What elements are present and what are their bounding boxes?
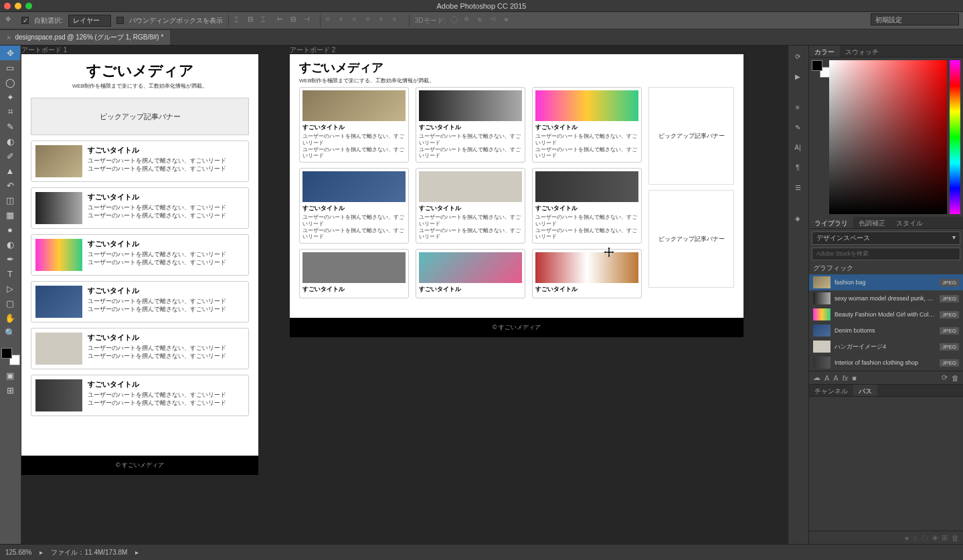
color-tab[interactable]: カラー bbox=[809, 45, 840, 57]
path-select-tool[interactable]: ▷ bbox=[0, 281, 20, 296]
workspace-preset[interactable]: 初期設定 bbox=[871, 13, 959, 25]
library-item[interactable]: ハンガーイメージ4JPEG bbox=[809, 339, 963, 355]
library-select[interactable]: デザインスペース ▾ bbox=[812, 231, 960, 245]
crop-tool[interactable]: ⌗ bbox=[0, 104, 20, 119]
blur-tool[interactable]: ● bbox=[0, 222, 20, 237]
color-icon[interactable]: ■ bbox=[852, 374, 857, 382]
channels-tab[interactable]: チャンネル bbox=[809, 385, 853, 396]
3d-pan-icon[interactable]: ✥ bbox=[464, 15, 474, 26]
swatches-tab[interactable]: スウォッチ bbox=[840, 45, 884, 57]
distribute-icon[interactable]: ≡ bbox=[393, 15, 404, 26]
bounding-checkbox[interactable] bbox=[116, 17, 124, 24]
character-panel-icon[interactable]: A| bbox=[788, 139, 807, 155]
quickmask-tool[interactable]: ▣ bbox=[0, 368, 20, 383]
library-item[interactable]: Interior of fashion clothing shopJPEG bbox=[809, 355, 963, 371]
distribute-icon[interactable]: ≡ bbox=[339, 15, 350, 26]
color-field[interactable] bbox=[829, 60, 947, 214]
zoom-window[interactable] bbox=[25, 3, 32, 9]
align-right-icon[interactable]: ⊣ bbox=[304, 15, 315, 26]
gradient-tool[interactable]: ▦ bbox=[0, 207, 20, 222]
marquee-tool[interactable]: ▭ bbox=[0, 60, 20, 75]
new-path-icon[interactable]: ⊞ bbox=[942, 533, 948, 542]
lasso-tool[interactable]: ◯ bbox=[0, 75, 20, 90]
library-item[interactable]: Denim bottomsJPEG bbox=[809, 322, 963, 339]
distribute-icon[interactable]: ≡ bbox=[353, 15, 363, 26]
3d-camera-icon[interactable]: ■ bbox=[504, 15, 515, 26]
library-tab[interactable]: ライブラリ bbox=[809, 217, 853, 228]
pen-tool[interactable]: ✒ bbox=[0, 252, 20, 266]
library-search[interactable]: Adobe Stockを検索 bbox=[812, 248, 960, 260]
autoselect-checkbox[interactable]: ✓ bbox=[21, 17, 29, 24]
autoselect-target[interactable]: レイヤー bbox=[68, 15, 111, 27]
layers-panel-icon[interactable]: ◈ bbox=[788, 210, 807, 226]
trash-icon[interactable]: 🗑 bbox=[952, 374, 959, 382]
align-left-icon[interactable]: ⊢ bbox=[277, 15, 288, 26]
distribute-icon[interactable]: ≡ bbox=[366, 15, 377, 26]
brush-tool[interactable]: ✐ bbox=[0, 149, 20, 163]
trash-icon[interactable]: 🗑 bbox=[952, 534, 959, 542]
library-item[interactable]: Beauty Fashion Model Girl with Colorfu..… bbox=[809, 306, 963, 322]
document-tab[interactable]: × designspace.psd @ 126% (グループ 1, RGB/8#… bbox=[0, 30, 170, 45]
foreground-background-color[interactable] bbox=[1, 348, 20, 365]
stroke-path-icon[interactable]: ○ bbox=[913, 534, 917, 542]
article-card: すごいタイトルユーザーのハートを掴んで離さない、すごいリードユーザーのハートを掴… bbox=[532, 87, 642, 163]
eyedropper-tool[interactable]: ✎ bbox=[0, 119, 20, 134]
type-tool[interactable]: T bbox=[0, 266, 20, 281]
info-panel-icon[interactable]: ☰ bbox=[788, 179, 807, 195]
zoom-level[interactable]: 125.68% bbox=[5, 549, 31, 556]
stamp-tool[interactable]: ▲ bbox=[0, 163, 20, 178]
selection-path-icon[interactable]: ◌ bbox=[922, 533, 928, 542]
hand-tool[interactable]: ✋ bbox=[0, 310, 20, 325]
eraser-tool[interactable]: ◫ bbox=[0, 193, 20, 207]
foreground-color[interactable] bbox=[1, 348, 12, 359]
artboard-label[interactable]: アートボード 2 bbox=[290, 45, 335, 55]
history-brush-tool[interactable]: ↶ bbox=[0, 178, 20, 193]
shape-tool[interactable]: ▢ bbox=[0, 296, 20, 310]
dodge-tool[interactable]: ◐ bbox=[0, 237, 20, 252]
move-tool[interactable]: ✥ bbox=[0, 45, 20, 60]
zoom-tool[interactable]: 🔍 bbox=[0, 325, 20, 340]
3d-slide-icon[interactable]: ⟲ bbox=[491, 15, 501, 26]
library-item[interactable]: sexy woman model dressed punk, wet ...JP… bbox=[809, 290, 963, 306]
fx-icon[interactable]: fx bbox=[843, 374, 849, 382]
adjustments-tab[interactable]: 色調補正 bbox=[853, 217, 891, 228]
heal-tool[interactable]: ◐ bbox=[0, 134, 20, 149]
align-top-icon[interactable]: ⌶ bbox=[234, 15, 245, 26]
close-window[interactable] bbox=[4, 3, 11, 9]
brushes-panel-icon[interactable]: ✎ bbox=[788, 119, 807, 135]
card-lead: ユーザーのハートを掴んで離さない、すごいリード bbox=[88, 399, 226, 407]
distribute-icon[interactable]: ≡ bbox=[379, 15, 390, 26]
3d-orbit-icon[interactable]: ◯ bbox=[450, 15, 461, 26]
type-icon[interactable]: A bbox=[824, 374, 829, 382]
artboard-label[interactable]: アートボード 1 bbox=[21, 45, 67, 55]
paths-tab[interactable]: パス bbox=[853, 385, 877, 396]
screenmode-tool[interactable]: ⊞ bbox=[0, 383, 20, 397]
actions-panel-icon[interactable]: ▶ bbox=[788, 68, 807, 84]
3d-dolly-icon[interactable]: ◈ bbox=[477, 15, 488, 26]
artboard-2[interactable]: すごいメディア WEB制作を極限まで楽にする、工数効率化情報が満載。 すごいタイ… bbox=[290, 54, 743, 337]
char-style-icon[interactable]: A bbox=[833, 374, 838, 382]
close-tab-icon[interactable]: × bbox=[7, 33, 11, 41]
fill-path-icon[interactable]: ● bbox=[905, 534, 909, 542]
mask-icon[interactable]: ◈ bbox=[932, 533, 938, 542]
hue-slider[interactable] bbox=[950, 60, 960, 214]
align-hcenter-icon[interactable]: ⊟ bbox=[290, 15, 301, 26]
file-info[interactable]: ファイル：11.4M/173.8M bbox=[51, 548, 127, 557]
artboard-1[interactable]: すごいメディア WEB制作を極限まで楽にする、工数効率化情報が満載。 ピックアッ… bbox=[21, 54, 258, 475]
library-item[interactable]: fashion bagJPEG bbox=[809, 274, 963, 290]
styles-tab[interactable]: スタイル bbox=[891, 217, 928, 228]
distribute-icon[interactable]: ≡ bbox=[326, 15, 337, 26]
card-lead: ユーザーのハートを掴んで離さない、すごいリード bbox=[302, 227, 406, 241]
cloud-icon[interactable]: ☁ bbox=[813, 373, 820, 382]
wand-tool[interactable]: ✦ bbox=[0, 90, 20, 104]
properties-panel-icon[interactable]: ≡ bbox=[788, 99, 807, 115]
minimize-window[interactable] bbox=[15, 3, 21, 9]
align-bottom-icon[interactable]: ⌶ bbox=[261, 15, 272, 26]
align-vcenter-icon[interactable]: ⊟ bbox=[248, 15, 258, 26]
library-thumb bbox=[813, 357, 830, 369]
history-panel-icon[interactable]: ⟳ bbox=[788, 48, 807, 64]
sync-icon[interactable]: ⟳ bbox=[942, 373, 948, 382]
canvas[interactable]: アートボード 1 すごいメディア WEB制作を極限まで楽にする、工数効率化情報が… bbox=[21, 45, 788, 544]
paragraph-panel-icon[interactable]: ¶ bbox=[788, 159, 807, 175]
color-preview[interactable] bbox=[812, 60, 830, 78]
